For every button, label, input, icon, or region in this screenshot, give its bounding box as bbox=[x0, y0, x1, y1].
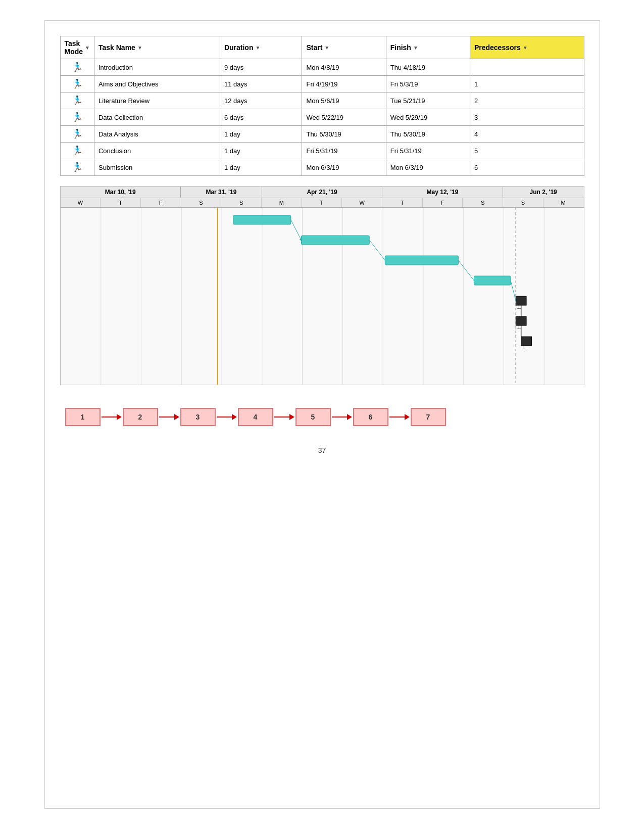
gantt-body: ⊥ ⊥ ⊥ bbox=[61, 208, 584, 385]
task-start-cell: Mon 5/6/19 bbox=[302, 92, 386, 109]
arrow-line bbox=[389, 416, 405, 418]
col-predecessors-label: Predecessors bbox=[474, 43, 521, 52]
task-start-cell: Thu 5/30/19 bbox=[302, 126, 386, 143]
gantt-day-cell: T bbox=[101, 198, 141, 207]
network-node: 3 bbox=[180, 408, 216, 426]
col-predecessors-arrow[interactable]: ▼ bbox=[523, 45, 528, 51]
task-predecessors-cell: 6 bbox=[470, 159, 584, 176]
col-task-name-label: Task Name bbox=[98, 43, 135, 52]
gantt-svg: ⊥ ⊥ ⊥ bbox=[61, 208, 584, 385]
milestone-5: ⊥ bbox=[516, 303, 521, 310]
table-row: 🏃Conclusion1 dayFri 5/31/19Fri 5/31/195 bbox=[60, 143, 584, 159]
conn-1-2 bbox=[290, 220, 301, 240]
gantt-day-cell: F bbox=[141, 198, 181, 207]
task-start-cell: Mon 6/3/19 bbox=[302, 159, 386, 176]
task-mode-cell: 🏃 bbox=[60, 76, 94, 92]
task-name-cell: Introduction bbox=[94, 59, 220, 76]
conn-2-3 bbox=[369, 240, 385, 260]
task-name-cell: Literature Review bbox=[94, 92, 220, 109]
col-start-arrow[interactable]: ▼ bbox=[324, 45, 329, 51]
task-icon: 🏃 bbox=[72, 112, 83, 122]
col-task-name: Task Name ▼ bbox=[94, 36, 220, 59]
task-finish-cell: Mon 6/3/19 bbox=[386, 159, 470, 176]
task-finish-cell: Fri 5/31/19 bbox=[386, 143, 470, 159]
gantt-day-cell: W bbox=[342, 198, 382, 207]
task-finish-cell: Thu 4/18/19 bbox=[386, 59, 470, 76]
network-arrow bbox=[159, 414, 179, 420]
table-row: 🏃Submission1 dayMon 6/3/19Mon 6/3/196 bbox=[60, 159, 584, 176]
period-mar10: Mar 10, '19 bbox=[61, 187, 181, 198]
task-predecessors-cell bbox=[470, 59, 584, 76]
network-arrow bbox=[332, 414, 352, 420]
task-predecessors-cell: 1 bbox=[470, 76, 584, 92]
period-apr21: Apr 21, '19 bbox=[262, 187, 383, 198]
network-node: 7 bbox=[411, 408, 446, 426]
arrowhead bbox=[174, 414, 179, 420]
arrow-line bbox=[274, 416, 289, 418]
task-predecessors-cell: 5 bbox=[470, 143, 584, 159]
arrow-line bbox=[159, 416, 174, 418]
arrow-line bbox=[102, 416, 117, 418]
table-row: 🏃Literature Review12 daysMon 5/6/19Tue 5… bbox=[60, 92, 584, 109]
period-jun2: Jun 2, '19 bbox=[503, 187, 584, 198]
gantt-day-cell: M bbox=[262, 198, 302, 207]
bar-introduction bbox=[233, 215, 290, 224]
col-duration: Duration ▼ bbox=[220, 36, 302, 59]
gantt-day-cell: M bbox=[543, 198, 584, 207]
col-task-name-arrow[interactable]: ▼ bbox=[137, 45, 142, 51]
task-mode-cell: 🏃 bbox=[60, 92, 94, 109]
gantt-day-cell: S bbox=[463, 198, 503, 207]
task-predecessors-cell: 4 bbox=[470, 126, 584, 143]
task-icon: 🏃 bbox=[72, 129, 83, 139]
network-node: 4 bbox=[238, 408, 273, 426]
col-duration-arrow[interactable]: ▼ bbox=[255, 45, 260, 51]
period-may12: May 12, '19 bbox=[382, 187, 503, 198]
task-mode-cell: 🏃 bbox=[60, 59, 94, 76]
task-icon: 🏃 bbox=[72, 96, 83, 106]
task-name-cell: Aims and Objectives bbox=[94, 76, 220, 92]
arrowhead bbox=[405, 414, 410, 420]
network-arrow bbox=[389, 414, 410, 420]
arrowhead bbox=[232, 414, 237, 420]
gantt-day-row: WTFSSMTWTFSSM bbox=[61, 198, 584, 208]
arrow-line bbox=[332, 416, 347, 418]
table-row: 🏃Aims and Objectives11 daysFri 4/19/19Fr… bbox=[60, 76, 584, 92]
network-arrow bbox=[102, 414, 122, 420]
gantt-day-cell: S bbox=[221, 198, 262, 207]
milestone-6: ⊥ bbox=[516, 323, 521, 331]
task-finish-cell: Tue 5/21/19 bbox=[386, 92, 470, 109]
task-icon: 🏃 bbox=[72, 146, 83, 156]
network-arrow bbox=[217, 414, 237, 420]
col-task-mode-arrow[interactable]: ▼ bbox=[85, 45, 90, 51]
col-start-label: Start bbox=[306, 43, 322, 52]
network-node: 1 bbox=[65, 408, 101, 426]
gantt-day-cell: T bbox=[302, 198, 342, 207]
col-task-mode-label: Task Mode bbox=[65, 39, 83, 56]
task-name-cell: Data Collection bbox=[94, 109, 220, 126]
col-finish-arrow[interactable]: ▼ bbox=[413, 45, 418, 51]
network-arrow bbox=[274, 414, 294, 420]
network-node: 5 bbox=[295, 408, 331, 426]
task-duration-cell: 9 days bbox=[220, 59, 302, 76]
col-task-mode: Task Mode ▼ bbox=[60, 36, 94, 59]
page-number: 37 bbox=[60, 446, 584, 454]
task-start-cell: Fri 4/19/19 bbox=[302, 76, 386, 92]
task-finish-cell: Wed 5/29/19 bbox=[386, 109, 470, 126]
task-start-cell: Wed 5/22/19 bbox=[302, 109, 386, 126]
gantt-day-cell: S bbox=[181, 198, 222, 207]
task-predecessors-cell: 2 bbox=[470, 92, 584, 109]
page-container: Task Mode ▼ Task Name ▼ Duration ▼ bbox=[44, 20, 600, 809]
table-row: 🏃Introduction9 daysMon 4/8/19Thu 4/18/19 bbox=[60, 59, 584, 76]
bar-data-collection bbox=[474, 276, 511, 285]
task-name-cell: Conclusion bbox=[94, 143, 220, 159]
task-duration-cell: 12 days bbox=[220, 92, 302, 109]
gantt-day-cell: F bbox=[423, 198, 463, 207]
network-node: 2 bbox=[123, 408, 158, 426]
task-start-cell: Fri 5/31/19 bbox=[302, 143, 386, 159]
arrowhead bbox=[347, 414, 352, 420]
task-name-cell: Submission bbox=[94, 159, 220, 176]
gantt-day-cell: W bbox=[61, 198, 101, 207]
col-finish-label: Finish bbox=[390, 43, 411, 52]
task-duration-cell: 1 day bbox=[220, 159, 302, 176]
task-duration-cell: 6 days bbox=[220, 109, 302, 126]
